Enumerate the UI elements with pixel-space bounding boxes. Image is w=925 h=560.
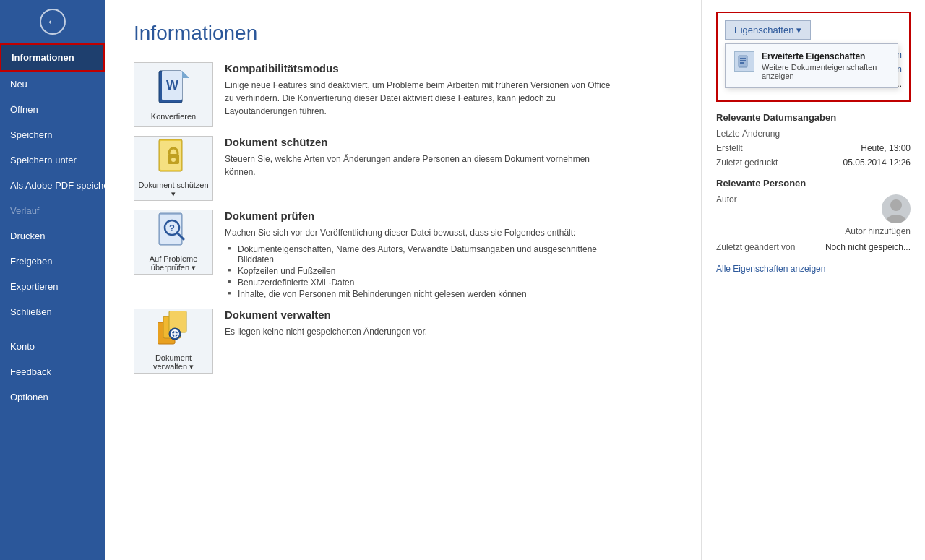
all-properties-link[interactable]: Alle Eigenschaften anzeigen xyxy=(716,264,825,274)
sidebar-item-speichern-unter[interactable]: Speichern unter xyxy=(0,147,105,173)
sidebar-item-speichern[interactable]: Speichern xyxy=(0,122,105,147)
svg-point-8 xyxy=(171,158,176,162)
dokument-verwalten-button[interactable]: Dokument verwalten ▾ xyxy=(134,309,213,374)
zuletzt-geaendert-value: Noch nicht gespeich... xyxy=(801,242,911,252)
page-title: Informationen xyxy=(134,22,672,45)
dates-section-header: Relevante Datumsangaben xyxy=(716,112,911,123)
main-content: Informationen W Konvertieren Kompatibili… xyxy=(105,0,701,560)
dropdown-popup: Erweiterte Eigenschaften Weitere Dokumen… xyxy=(725,43,898,88)
sidebar-item-schliessen[interactable]: Schließen xyxy=(0,299,105,324)
right-panel: Eigenschaften ▾ Erweiterte Eigenschaft xyxy=(701,0,925,560)
svg-point-25 xyxy=(890,199,902,211)
svg-marker-4 xyxy=(182,71,189,78)
sidebar-item-freigeben[interactable]: Freigeben xyxy=(0,249,105,274)
dropdown-item-erweiterte[interactable]: Erweiterte Eigenschaften Weitere Dokumen… xyxy=(726,44,898,87)
svg-point-26 xyxy=(886,215,906,223)
properties-btn-label: Eigenschaften ▾ xyxy=(734,25,801,35)
back-button[interactable]: ← xyxy=(0,0,105,43)
check-document-icon: ? xyxy=(158,212,189,251)
sidebar-item-drucken[interactable]: Drucken xyxy=(0,223,105,249)
card-dokument-schuetzen: Dokument schützen ▾ Dokument schützen St… xyxy=(134,136,611,201)
konvertieren-button[interactable]: W Konvertieren xyxy=(134,62,213,127)
dokument-verwalten-title: Dokument verwalten xyxy=(225,309,611,321)
card-konvertieren: W Konvertieren Kompatibilitätsmodus Eini… xyxy=(134,62,611,127)
sidebar-item-oeffnen[interactable]: Öffnen xyxy=(0,97,105,122)
cards-area: W Konvertieren Kompatibilitätsmodus Eini… xyxy=(134,62,611,374)
svg-text:W: W xyxy=(166,78,178,92)
sidebar-item-feedback[interactable]: Feedback xyxy=(0,359,105,384)
auf-probleme-title: Dokument prüfen xyxy=(225,210,611,222)
dokument-verwalten-label: Dokument verwalten ▾ xyxy=(137,353,210,371)
properties-dropdown-wrapper: Eigenschaften ▾ Erweiterte Eigenschaft xyxy=(725,20,902,40)
konvertieren-label: Konvertieren xyxy=(151,112,196,121)
prop-row-zuletzt-gedruckt: Zuletzt gedruckt 05.05.2014 12:26 xyxy=(716,158,911,168)
erweiterte-eigenschaften-icon xyxy=(734,51,754,72)
konvertieren-title: Kompatibilitätsmodus xyxy=(225,62,611,74)
properties-dropdown-button[interactable]: Eigenschaften ▾ xyxy=(725,20,811,40)
auf-probleme-label: Auf Probleme überprüfen ▾ xyxy=(137,254,210,272)
letzte-aenderung-label: Letzte Änderung xyxy=(716,129,781,139)
autor-label: Autor xyxy=(716,194,781,204)
card-auf-probleme: ? Auf Probleme überprüfen ▾ Dokument prü… xyxy=(134,210,611,300)
list-item: Kopfzeilen und Fußzeilen xyxy=(225,265,611,277)
sidebar-item-optionen[interactable]: Optionen xyxy=(0,384,105,410)
list-item: Benutzerdefinierte XML-Daten xyxy=(225,277,611,288)
list-item: Dokumenteigenschaften, Name des Autors, … xyxy=(225,244,611,265)
prop-row-zuletzt-geaendert: Zuletzt geändert von Noch nicht gespeich… xyxy=(716,242,911,252)
auf-probleme-desc: Machen Sie sich vor der Veröffentlichung… xyxy=(225,226,611,239)
pruefe-list: Dokumenteigenschaften, Name des Autors, … xyxy=(225,244,611,300)
dropdown-item-subtitle: Weitere Dokumenteigenschaften anzeigen xyxy=(762,63,889,80)
zuletzt-gedruckt-value: 05.05.2014 12:26 xyxy=(787,158,911,168)
konvertieren-desc: Einige neue Features sind deaktiviert, u… xyxy=(225,79,611,118)
properties-section: Eigenschaften ▾ Erweiterte Eigenschaft xyxy=(716,12,911,102)
auf-probleme-button[interactable]: ? Auf Probleme überprüfen ▾ xyxy=(134,210,213,275)
sidebar-divider xyxy=(10,329,95,329)
erstellt-label: Erstellt xyxy=(716,143,781,153)
svg-rect-21 xyxy=(739,56,747,67)
avatar xyxy=(882,194,911,223)
dokument-verwalten-text: Dokument verwalten Es liegen keine nicht… xyxy=(225,309,611,338)
prop-row-erstellt: Erstellt Heute, 13:00 xyxy=(716,143,911,153)
dokument-schuetzen-title: Dokument schützen xyxy=(225,136,611,148)
zuletzt-gedruckt-label: Zuletzt gedruckt xyxy=(716,158,781,168)
sidebar: ← Informationen Neu Öffnen Speichern Spe… xyxy=(0,0,105,560)
sidebar-item-exportieren[interactable]: Exportieren xyxy=(0,274,105,299)
sidebar-item-informationen[interactable]: Informationen xyxy=(0,43,105,72)
persons-section-header: Relevante Personen xyxy=(716,178,911,189)
sidebar-item-als-adobe-pdf[interactable]: Als Adobe PDF speichern xyxy=(0,173,105,198)
zuletzt-geaendert-label: Zuletzt geändert von xyxy=(716,242,795,252)
konvertieren-text: Kompatibilitätsmodus Einige neue Feature… xyxy=(225,62,611,118)
author-area: Autor hinzufügen xyxy=(845,194,911,236)
dokument-schuetzen-text: Dokument schützen Steuern Sie, welche Ar… xyxy=(225,136,611,178)
list-item: Inhalte, die von Personen mit Behinderun… xyxy=(225,288,611,300)
back-arrow-icon: ← xyxy=(40,9,66,35)
sidebar-item-konto[interactable]: Konto xyxy=(0,334,105,359)
card-dokument-verwalten: Dokument verwalten ▾ Dokument verwalten … xyxy=(134,309,611,374)
dokument-schuetzen-button[interactable]: Dokument schützen ▾ xyxy=(134,136,213,201)
sidebar-item-neu[interactable]: Neu xyxy=(0,72,105,97)
erstellt-value: Heute, 13:00 xyxy=(787,143,911,153)
prop-row-autor: Autor Autor hinzufügen xyxy=(716,194,911,236)
dokument-schuetzen-label: Dokument schützen ▾ xyxy=(137,181,210,199)
prop-row-letzte-aenderung: Letzte Änderung xyxy=(716,129,911,139)
auf-probleme-text: Dokument prüfen Machen Sie sich vor der … xyxy=(225,210,611,300)
manage-document-icon xyxy=(158,311,189,350)
word-document-icon: W xyxy=(158,69,189,109)
sidebar-item-verlauf: Verlauf xyxy=(0,198,105,223)
dokument-schuetzen-desc: Steuern Sie, welche Arten von Änderungen… xyxy=(225,152,611,178)
dokument-verwalten-desc: Es liegen keine nicht gespeicherten Ände… xyxy=(225,325,611,338)
dropdown-item-text: Erweiterte Eigenschaften Weitere Dokumen… xyxy=(762,51,889,80)
lock-document-icon xyxy=(158,138,189,178)
svg-text:?: ? xyxy=(169,223,175,233)
autor-add-link[interactable]: Autor hinzufügen xyxy=(845,226,911,236)
dropdown-item-title: Erweiterte Eigenschaften xyxy=(762,51,889,61)
